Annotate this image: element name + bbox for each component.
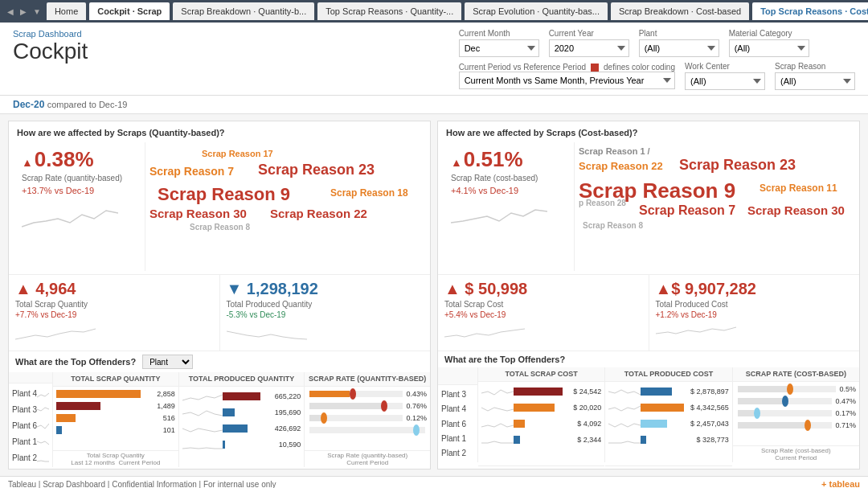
cost-scrap-spark <box>444 319 525 343</box>
cost-val-plant4: $ 20,020 <box>573 404 601 412</box>
material-cat-select[interactable]: (All) <box>729 39 809 57</box>
qty-rate-footer: Scrap Rate (quantity-based)Current Perio… <box>305 450 430 467</box>
header-filters: Current Month Dec Current Year 2020 Plan… <box>459 29 855 90</box>
scrap-reason-select[interactable]: (All) <box>775 72 855 90</box>
table-row: 0.17% <box>733 408 859 420</box>
page-title: Cockpit <box>13 40 88 63</box>
qty-offenders-section: What are the Top Offenders? Plant Plant … <box>9 351 430 469</box>
cost-kpi-top: ▲ 0.51% Scrap Rate (cost-based) +4.1% vs… <box>446 142 851 271</box>
cost-rate-rows: 0.5% 0.47% <box>733 382 859 445</box>
rate-cost-val-plant1: 0.71% <box>835 421 856 429</box>
cost-produced-col: TOTAL PRODUCED COST $ 2,878,897 <box>605 367 732 462</box>
tab-scrap-breakdown-cost[interactable]: Scrap Breakdown · Cost-based <box>611 2 749 20</box>
tab-top-scrap-cost[interactable]: Top Scrap Reasons · Cost-based <box>752 2 868 20</box>
cost-val-plant3: $ 24,542 <box>573 388 601 396</box>
cost-rate-kpi: ▲ 0.51% Scrap Rate (cost-based) +4.1% vs… <box>446 142 575 271</box>
header: Scrap Dashboard Cockpit Current Month De… <box>0 23 868 96</box>
table-row: $ 328,773 <box>605 432 731 448</box>
cost-row-label-plant2: Plant 2 <box>441 449 473 457</box>
qty-rate-kpi: ▲ 0.38% Scrap Rate (quantity-based) +13.… <box>17 142 145 271</box>
cost-bar-plant3 <box>514 386 571 397</box>
period-select[interactable]: Current Month vs Same Month, Previous Ye… <box>459 72 675 89</box>
qty-row-label-plant3: Plant 3 <box>12 405 37 414</box>
qty-bar-plant4 <box>56 388 155 400</box>
breadcrumb: Scrap Dashboard <box>13 29 88 39</box>
qty-total-produced-change: -5.3% vs Dec-19 <box>227 310 424 319</box>
filter-scrap-reason: Scrap Reason (All) <box>775 62 855 90</box>
cost-bar-plant2 <box>514 450 601 461</box>
qty-rate-change: +13.7% vs Dec-19 <box>22 186 140 195</box>
cost-rate-change: +4.1% vs Dec-19 <box>451 186 569 195</box>
table-row: 195,690 <box>179 404 305 420</box>
work-center-select[interactable]: (All) <box>685 72 765 90</box>
tab-top-scrap-qty[interactable]: Top Scrap Reasons · Quantity-... <box>317 2 461 20</box>
cost-row-label-plant4: Plant 4 <box>441 404 473 413</box>
table-row: $ 20,020 <box>478 400 604 416</box>
work-center-label: Work Center <box>685 62 765 71</box>
table-row: 0.71% <box>733 420 859 432</box>
nav-down[interactable]: ▼ <box>31 6 43 18</box>
table-row <box>305 437 430 449</box>
table-row: $ 2,344 <box>478 432 604 448</box>
current-month-select[interactable]: Dec <box>459 39 539 57</box>
prod-bar-plant4 <box>223 391 273 402</box>
qty-bar-plant3 <box>56 400 155 412</box>
period-text: Dec-20 compared to Dec-19 <box>13 99 127 110</box>
cost-scrap-rows: $ 24,542 $ 20,020 <box>478 382 604 465</box>
footer-text: Tableau | Scrap Dashboard | Confidential… <box>8 480 276 489</box>
nav-prev[interactable]: ◀ <box>5 6 16 18</box>
filter-row-1: Current Month Dec Current Year 2020 Plan… <box>459 29 855 57</box>
cost-total-scrap: ▲ $ 50,998 Total Scrap Cost +5.4% vs Dec… <box>438 275 649 351</box>
prod-bar-plant3 <box>223 407 273 418</box>
qty-row-label-plant6: Plant 6 <box>12 421 37 430</box>
qty-total-scrap-change: +7.7% vs Dec-19 <box>15 310 213 319</box>
table-row: 665,220 <box>179 388 305 404</box>
qty-val-plant6: 516 <box>163 414 175 422</box>
prod-cost-val-plant4: $ 4,342,565 <box>690 404 729 412</box>
current-year-label: Current Year <box>549 29 629 38</box>
rate-val-plant3: 0.76% <box>406 402 427 410</box>
cost-bar-plant4 <box>514 402 571 413</box>
cost-rate-sparkline <box>451 199 569 231</box>
qty-kpi-section: How are we affected by Scraps (Quantity-… <box>9 121 430 274</box>
wc-cost-sr1: Scrap Reason 1 / <box>579 146 650 156</box>
rate-val-plant6: 0.12% <box>406 414 427 422</box>
tab-scrap-evolution-qty[interactable]: Scrap Evolution · Quantity-bas... <box>465 2 608 20</box>
cost-bar-plant1 <box>514 434 575 445</box>
qty-offenders-grid: Plant 4 Plant 3 Plant 6 Plant 1 <box>9 372 430 467</box>
cost-kpi-section: How are we affected by Scraps (Cost-base… <box>438 121 859 274</box>
qty-produced-col-header: TOTAL PRODUCED QUANTITY <box>179 372 305 387</box>
prod-cost-val-plant1: $ 328,773 <box>697 436 729 444</box>
table-row: 1,489 <box>53 400 178 412</box>
filter-row-2: Current Period vs Reference Period defin… <box>459 62 855 90</box>
table-row: $ 24,542 <box>478 383 604 400</box>
nav-next[interactable]: ▶ <box>18 6 29 18</box>
plant-select[interactable]: (All) <box>639 39 719 57</box>
filter-work-center: Work Center (All) <box>685 62 765 90</box>
table-row: 516 <box>53 412 178 424</box>
wc-qty-sr18: Scrap Reason 18 <box>330 187 408 199</box>
qty-bar-plant2 <box>56 437 174 449</box>
filter-period: Current Period vs Reference Period defin… <box>459 63 675 89</box>
cost-rate-footer: Scrap Rate (cost-based)Current Period <box>733 445 859 462</box>
prod-bar-plant2 <box>223 455 301 466</box>
qty-total-scrap-label: Total Scrap Quantity <box>15 300 213 309</box>
qty-plant-filter[interactable]: Plant <box>142 355 193 369</box>
filter-period-note: Current Period vs Reference Period defin… <box>459 63 675 72</box>
current-month-label: Current Month <box>459 29 539 38</box>
top-navigation: ◀ ▶ ▼ Home Cockpit · Scrap Scrap Breakdo… <box>0 0 868 23</box>
current-year-select[interactable]: 2020 <box>549 39 629 57</box>
qty-scrap-spark <box>15 319 96 343</box>
qty-scrap-col-header: TOTAL SCRAP QUANTITY <box>53 372 178 387</box>
qty-val-plant3: 1,489 <box>157 402 175 410</box>
qty-rate-value: 0.38% <box>35 147 94 172</box>
table-row: 0.47% <box>733 396 859 408</box>
qty-scrap-footer: Total Scrap QuantityLast 12 months Curre… <box>53 450 178 467</box>
table-row: 0.43% <box>305 388 430 400</box>
tab-scrap-breakdown-qty[interactable]: Scrap Breakdown · Quantity-b... <box>173 2 314 20</box>
plant-label: Plant <box>639 29 719 38</box>
tab-cockpit-scrap[interactable]: Cockpit · Scrap <box>89 2 170 20</box>
wc-cost-sr22: Scrap Reason 22 <box>579 160 663 172</box>
table-row: $ 4,342,565 <box>605 400 731 416</box>
tab-home[interactable]: Home <box>47 2 86 20</box>
